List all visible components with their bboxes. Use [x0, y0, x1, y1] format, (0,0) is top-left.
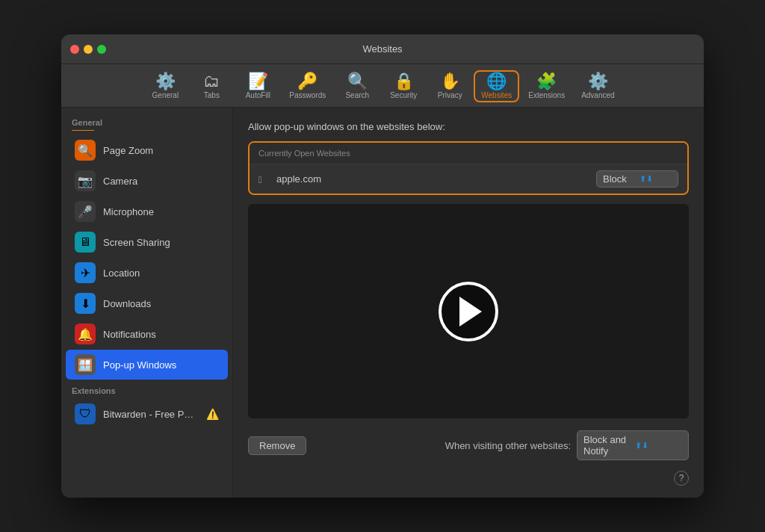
block-dropdown[interactable]: Block ⬆⬇	[596, 170, 678, 188]
tab-extensions-label: Extensions	[528, 91, 565, 99]
sidebar-item-camera[interactable]: 📷 Camera	[66, 166, 228, 196]
fullscreen-button[interactable]	[97, 45, 106, 54]
camera-icon: 📷	[75, 170, 96, 191]
sidebar-item-screen-sharing[interactable]: 🖥 Screen Sharing	[66, 227, 228, 257]
sidebar-item-microphone-label: Microphone	[103, 206, 154, 217]
notifications-icon: 🔔	[75, 324, 96, 344]
currently-open-header: Currently Open Websites	[250, 143, 687, 164]
popup-windows-icon: 🪟	[75, 354, 96, 375]
tab-autofill-label: AutoFill	[246, 91, 270, 99]
tab-advanced[interactable]: ⚙️ Advanced	[574, 70, 622, 102]
sidebar-item-popup-windows[interactable]: 🪟 Pop-up Windows	[66, 350, 228, 380]
sidebar-item-location[interactable]: ✈ Location	[66, 258, 228, 288]
other-websites-chevron: ⬆⬇	[635, 441, 682, 451]
tab-general-label: General	[152, 91, 179, 99]
bottom-bar: Remove When visiting other websites: Blo…	[248, 427, 689, 460]
other-websites-dropdown-value: Block and Notify	[583, 434, 631, 457]
play-triangle-icon	[459, 297, 482, 327]
sidebar-item-location-label: Location	[103, 267, 140, 279]
traffic-lights	[61, 45, 106, 54]
popup-section: Currently Open Websites  apple.com Bloc…	[248, 141, 689, 195]
popup-row-apple:  apple.com Block ⬆⬇	[250, 164, 687, 194]
sidebar-section-general: General	[61, 114, 232, 130]
tab-websites[interactable]: 🌐 Websites	[474, 70, 519, 102]
microphone-icon: 🎤	[75, 201, 96, 222]
sidebar-item-notifications[interactable]: 🔔 Notifications	[66, 319, 228, 349]
other-websites-dropdown[interactable]: Block and Notify ⬆⬇	[577, 430, 689, 460]
sidebar: General 🔍 Page Zoom 📷 Camera 🎤 Microphon…	[61, 108, 233, 498]
site-name: apple.com	[276, 173, 589, 185]
sidebar-item-microphone[interactable]: 🎤 Microphone	[66, 197, 228, 226]
general-icon: ⚙️	[155, 73, 176, 90]
tab-privacy-label: Privacy	[438, 91, 462, 99]
websites-icon: 🌐	[486, 73, 507, 90]
content-title: Allow pop-up windows on the websites bel…	[248, 121, 689, 132]
autofill-icon: 📝	[248, 73, 268, 90]
sidebar-item-downloads-label: Downloads	[103, 298, 151, 309]
sidebar-item-camera-label: Camera	[103, 176, 137, 187]
main-area: General 🔍 Page Zoom 📷 Camera 🎤 Microphon…	[61, 108, 704, 498]
downloads-icon: ⬇	[75, 293, 96, 314]
sidebar-item-bitwarden-label: Bitwarden - Free P…	[103, 409, 193, 420]
page-zoom-icon: 🔍	[75, 140, 96, 161]
extensions-icon: 🧩	[536, 73, 557, 90]
tab-advanced-label: Advanced	[581, 91, 614, 99]
sidebar-section-extensions: Extensions	[61, 380, 232, 398]
tab-privacy[interactable]: ✋ Privacy	[427, 70, 472, 102]
tab-search[interactable]: 🔍 Search	[335, 70, 380, 102]
tabs-icon: 🗂	[203, 73, 220, 90]
other-websites-bar: When visiting other websites: Block and …	[445, 430, 689, 460]
search-icon: 🔍	[347, 73, 368, 90]
tab-autofill[interactable]: 📝 AutoFill	[235, 70, 280, 102]
privacy-icon: ✋	[440, 73, 460, 90]
block-dropdown-value: Block	[603, 173, 635, 185]
sidebar-item-page-zoom-label: Page Zoom	[103, 145, 153, 156]
bitwarden-icon: 🛡	[75, 403, 96, 424]
play-button[interactable]	[439, 282, 498, 341]
advanced-icon: ⚙️	[588, 73, 608, 90]
close-button[interactable]	[70, 45, 79, 54]
security-icon: 🔒	[394, 73, 414, 90]
sidebar-item-popup-windows-label: Pop-up Windows	[103, 359, 176, 371]
sidebar-item-notifications-label: Notifications	[103, 329, 156, 340]
sidebar-item-page-zoom[interactable]: 🔍 Page Zoom	[66, 135, 228, 165]
block-dropdown-chevron: ⬆⬇	[639, 174, 672, 184]
titlebar: Websites	[61, 34, 704, 64]
sidebar-item-screen-sharing-label: Screen Sharing	[103, 237, 170, 248]
tab-search-label: Search	[345, 91, 369, 99]
tab-security-label: Security	[390, 91, 417, 99]
apple-favicon: 	[258, 174, 269, 185]
tab-general[interactable]: ⚙️ General	[143, 70, 188, 102]
bitwarden-warning-icon: ⚠️	[206, 408, 219, 420]
passwords-icon: 🔑	[297, 73, 318, 90]
sidebar-divider	[72, 130, 94, 131]
other-websites-label: When visiting other websites:	[445, 440, 571, 451]
sidebar-item-downloads[interactable]: ⬇ Downloads	[66, 288, 228, 318]
main-window: Websites ⚙️ General 🗂 Tabs 📝 AutoFill 🔑 …	[61, 34, 704, 498]
tab-security[interactable]: 🔒 Security	[381, 70, 426, 102]
location-icon: ✈	[75, 262, 96, 283]
sidebar-item-bitwarden[interactable]: 🛡 Bitwarden - Free P… ⚠️	[66, 399, 228, 429]
tab-passwords-label: Passwords	[289, 91, 326, 99]
tab-tabs[interactable]: 🗂 Tabs	[189, 70, 234, 102]
help-button[interactable]: ?	[674, 471, 689, 486]
tab-tabs-label: Tabs	[204, 91, 220, 99]
minimize-button[interactable]	[84, 45, 93, 54]
toolbar: ⚙️ General 🗂 Tabs 📝 AutoFill 🔑 Passwords…	[61, 64, 704, 108]
tab-extensions[interactable]: 🧩 Extensions	[521, 70, 572, 102]
window-title: Websites	[362, 43, 402, 55]
tab-passwords[interactable]: 🔑 Passwords	[282, 70, 333, 102]
content-pane: Allow pop-up windows on the websites bel…	[233, 108, 704, 498]
tab-websites-label: Websites	[481, 91, 512, 99]
remove-button[interactable]: Remove	[248, 436, 306, 455]
help-area: ?	[248, 469, 689, 487]
video-area	[248, 204, 689, 418]
screen-sharing-icon: 🖥	[75, 232, 96, 253]
